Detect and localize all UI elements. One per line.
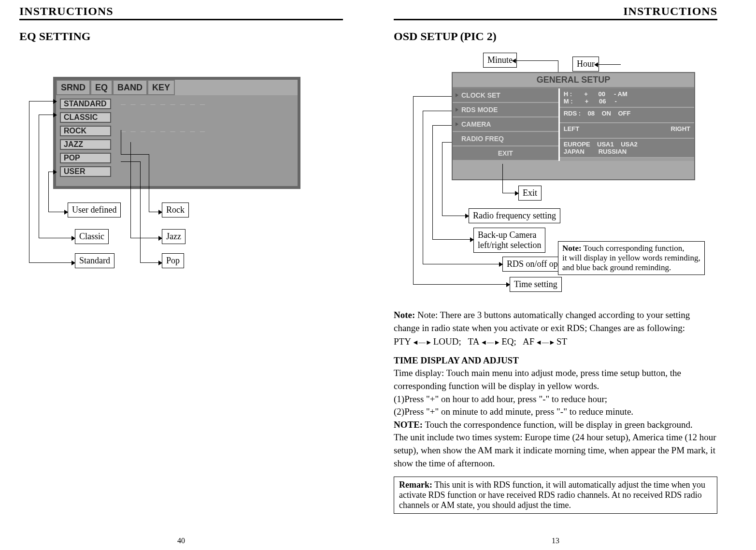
double-arrow-icon: ◄—►	[480, 338, 500, 347]
menu-radio-freq: RADIO FREQ	[453, 132, 558, 146]
st-label: ST	[556, 336, 567, 347]
menu-rds-mode: RDS MODE	[453, 103, 558, 117]
remark-box: Remark: This unit is with RDS function, …	[394, 477, 717, 514]
eq-opt-rock: ROCK	[60, 126, 111, 136]
label-classic: Classic	[75, 229, 109, 244]
label-rock: Rock	[162, 203, 189, 217]
menu-camera: CAMERA	[453, 117, 558, 132]
osd-panel: GENERAL SETUP CLOCK SET RDS MODE CAMERA …	[452, 72, 695, 180]
time-p4: The unit include two times system: Europ…	[394, 432, 716, 468]
eq-opt-standard: STANDARD	[60, 99, 111, 109]
tab-eq: EQ	[90, 80, 113, 95]
osd-panel-title: GENERAL SETUP	[453, 73, 694, 87]
page-header-right: INSTRUCTIONS	[394, 5, 717, 20]
eq-diagram: SRND EQ BAND KEY STANDARD— — — — — — — —…	[19, 77, 319, 309]
pty-label: PTY	[394, 336, 411, 347]
eq-opt-user: USER	[60, 166, 111, 177]
page-header-left: INSTRUCTIONS	[19, 5, 343, 20]
eq-opt-jazz: JAZZ	[60, 139, 111, 150]
ta-label: TA	[468, 336, 480, 347]
label-time: Time setting	[510, 277, 562, 292]
clock-h-row: H : + 00 - AM	[564, 90, 628, 98]
eq-screenshot: SRND EQ BAND KEY STANDARD— — — — — — — —…	[53, 77, 300, 189]
rds-row: RDS : 08 ON OFF	[564, 110, 631, 120]
label-jazz: Jazz	[162, 229, 185, 244]
note-body: Note: There are 3 buttons automatically …	[394, 310, 690, 333]
loud-label: LOUD;	[433, 336, 461, 347]
af-label: AF	[523, 336, 534, 347]
note-text: Note: Note: There are 3 buttons automati…	[394, 309, 717, 334]
label-exit: Exit	[518, 186, 542, 201]
camera-right: RIGHT	[671, 125, 690, 136]
label-pop: Pop	[162, 253, 184, 268]
page-number-right: 13	[552, 536, 559, 545]
tab-key: KEY	[147, 80, 175, 95]
remark-label: Remark:	[399, 480, 432, 490]
freq-row-b: JAPAN RUSSIAN	[564, 148, 627, 155]
label-camera: Back-up Camera left/right selection	[473, 228, 545, 253]
left-page: INSTRUCTIONS EQ SETTING SRND EQ BAND KEY…	[0, 0, 362, 550]
label-standard: Standard	[75, 253, 114, 268]
double-arrow-icon: ◄—►	[412, 338, 432, 347]
time-title: TIME DISPLAY AND ADJUST	[394, 355, 519, 365]
time-p3: (2)Press "+" on minute to add minute, pr…	[394, 406, 633, 417]
time-note: Touch the correspondence function, will …	[423, 420, 693, 430]
label-user-defined: User defined	[68, 203, 121, 217]
page-number-left: 40	[177, 536, 185, 545]
tab-band: BAND	[113, 80, 147, 95]
double-arrow-icon: ◄—►	[535, 338, 556, 347]
eq-label: EQ;	[501, 336, 516, 347]
tab-srnd: SRND	[56, 80, 90, 95]
clock-m-row: M : + 06 -	[564, 98, 617, 105]
osd-diagram: Minute Hour GENERAL SETUP CLOCK SET RDS …	[394, 53, 703, 304]
eq-opt-classic: CLASSIC	[60, 112, 111, 123]
time-p2: (1)Press "+" on hour to add hour, press …	[394, 394, 607, 404]
right-page: INSTRUCTIONS OSD SETUP (PIC 2) Minute Ho…	[374, 0, 737, 550]
time-display-section: TIME DISPLAY AND ADJUST Time display: To…	[394, 354, 717, 470]
osd-section-title: OSD SETUP (PIC 2)	[394, 30, 717, 43]
camera-left: LEFT	[564, 125, 580, 136]
time-p1: Time display: Touch main menu into adjus…	[394, 368, 681, 391]
freq-row-a: EUROPE USA1 USA2	[564, 141, 638, 148]
label-note: Note: Touch corresponding function,it wi…	[558, 241, 705, 275]
eq-section-title: EQ SETTING	[19, 30, 343, 43]
menu-clock-set: CLOCK SET	[453, 88, 558, 103]
eq-opt-pop: POP	[60, 153, 111, 163]
label-radio-freq: Radio frequency setting	[469, 208, 560, 223]
button-changes-line: PTY◄—►LOUD; TA◄—►EQ; AF◄—►ST	[394, 335, 717, 348]
time-note-label: NOTE:	[394, 420, 423, 430]
remark-text: This unit is with RDS function, it will …	[399, 480, 705, 510]
menu-exit: EXIT	[453, 146, 558, 161]
